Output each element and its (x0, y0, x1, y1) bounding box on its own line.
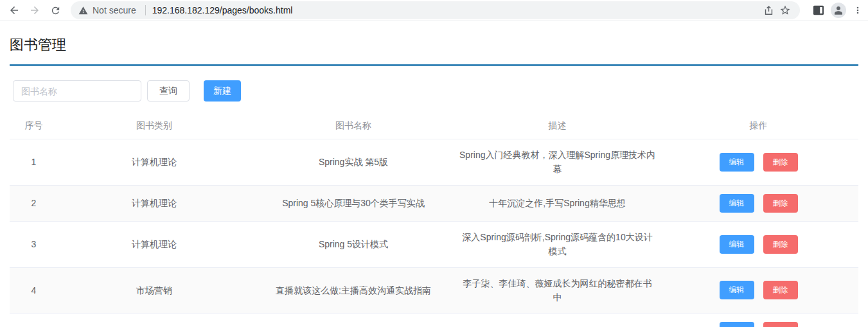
cell-description: 十年沉淀之作,手写Spring精华思想 (456, 185, 659, 221)
delete-button[interactable]: 删除 (763, 153, 798, 172)
warning-icon (78, 6, 88, 15)
side-panel-icon[interactable] (813, 4, 824, 16)
cell-book-name: Spring实战 第5版 (251, 139, 456, 186)
edit-button[interactable]: 编辑 (720, 235, 754, 254)
star-icon[interactable] (777, 2, 793, 19)
cell-index: 4 (10, 267, 58, 314)
cell-description: 深入Spring源码剖析,Spring源码蕴含的10大设计模式 (456, 221, 659, 267)
url-text: 192.168.182.129/pages/books.html (152, 5, 760, 15)
page-title: 图书管理 (10, 35, 858, 55)
cell-index: 1 (10, 139, 58, 186)
cell-category: 计算机理论 (58, 185, 251, 221)
menu-dots-icon[interactable] (853, 5, 863, 15)
edit-button[interactable]: 编辑 (720, 153, 754, 172)
delete-button[interactable]: 删除 (763, 322, 798, 327)
books-table: 序号图书类别图书名称描述操作 1计算机理论Spring实战 第5版Spring入… (10, 113, 858, 327)
cell-category: 计算机理论 (58, 221, 251, 267)
cell-description: 李子柒、李佳琦、薇娅成长为网红的秘密都在书中 (456, 267, 659, 314)
delete-button[interactable]: 删除 (763, 235, 798, 254)
cell-book-name: Spring 5设计模式 (251, 221, 456, 267)
omnibox-divider (145, 5, 146, 15)
table-row: 4市场营销直播就该这么做:主播高效沟通实战指南李子柒、李佳琦、薇娅成长为网红的秘… (10, 267, 858, 314)
search-input[interactable] (13, 80, 141, 102)
column-header: 图书名称 (251, 113, 456, 139)
delete-button[interactable]: 删除 (763, 281, 798, 299)
table-body: 1计算机理论Spring实战 第5版Spring入门经典教材，深入理解Sprin… (10, 139, 858, 327)
column-header: 操作 (659, 113, 858, 139)
cell-actions: 编辑删除 (659, 314, 858, 327)
create-button[interactable]: 新建 (204, 80, 241, 102)
table-row: 3计算机理论Spring 5设计模式深入Spring源码剖析,Spring源码蕴… (10, 221, 858, 267)
address-bar[interactable]: Not secure 192.168.182.129/pages/books.h… (71, 1, 800, 19)
share-icon[interactable] (760, 2, 777, 19)
cell-description: Spring入门经典教材，深入理解Spring原理技术内幕 (456, 139, 659, 186)
forward-icon[interactable] (26, 1, 44, 19)
edit-button[interactable]: 编辑 (720, 194, 754, 213)
cell-index: 3 (10, 221, 58, 267)
table-row: 5市场营销直播销讲实战一本通和秋叶一起学系列网络营销书籍编辑删除 (10, 314, 858, 327)
cell-actions: 编辑删除 (659, 221, 858, 267)
cell-actions: 编辑删除 (659, 267, 858, 314)
table-row: 1计算机理论Spring实战 第5版Spring入门经典教材，深入理解Sprin… (10, 139, 858, 186)
query-button[interactable]: 查询 (147, 80, 190, 102)
table-header-row: 序号图书类别图书名称描述操作 (10, 113, 858, 139)
column-header: 序号 (10, 113, 58, 139)
page-content: 图书管理 查询 新建 序号图书类别图书名称描述操作 1计算机理论Spring实战… (0, 35, 868, 327)
delete-button[interactable]: 删除 (763, 194, 798, 213)
cell-actions: 编辑删除 (659, 139, 858, 186)
avatar[interactable] (831, 3, 846, 18)
title-divider (10, 64, 858, 66)
cell-book-name: Spring 5核心原理与30个类手写实战 (251, 185, 456, 221)
edit-button[interactable]: 编辑 (720, 281, 754, 299)
cell-description: 和秋叶一起学系列网络营销书籍 (456, 314, 659, 327)
cell-index: 2 (10, 185, 58, 221)
edit-button[interactable]: 编辑 (720, 322, 754, 327)
reload-icon[interactable] (46, 1, 64, 19)
cell-category: 市场营销 (58, 314, 251, 327)
cell-book-name: 直播就该这么做:主播高效沟通实战指南 (251, 267, 456, 314)
search-toolbar: 查询 新建 (13, 80, 858, 102)
cell-book-name: 直播销讲实战一本通 (251, 314, 456, 327)
cell-actions: 编辑删除 (659, 185, 858, 221)
security-label: Not secure (93, 5, 136, 15)
cell-category: 市场营销 (58, 267, 251, 314)
back-icon[interactable] (5, 1, 23, 19)
column-header: 描述 (456, 113, 659, 139)
table-row: 2计算机理论Spring 5核心原理与30个类手写实战十年沉淀之作,手写Spri… (10, 185, 858, 221)
column-header: 图书类别 (58, 113, 251, 139)
cell-category: 计算机理论 (58, 139, 251, 186)
cell-index: 5 (10, 314, 58, 327)
browser-toolbar: Not secure 192.168.182.129/pages/books.h… (0, 0, 868, 21)
